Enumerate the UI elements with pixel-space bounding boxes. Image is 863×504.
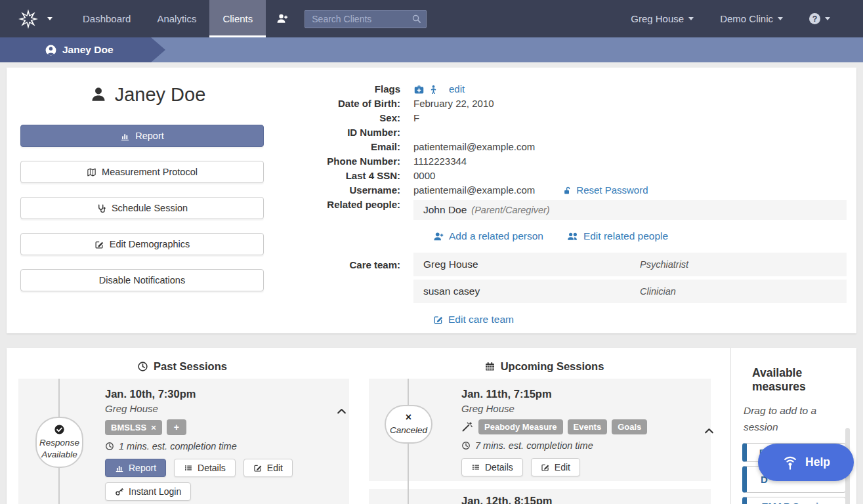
pencil-square-icon [433,314,444,325]
collapse-session-chevron-icon[interactable] [336,406,347,417]
measure-tag: Events [568,419,608,434]
session-status-badge: × Canceled [385,405,432,444]
user-menu[interactable]: Greg House [618,13,707,24]
help-button[interactable]: Help [758,444,854,481]
map-icon [87,167,96,177]
available-measures-subtitle: Drag to add to a session [744,402,842,435]
search-icon[interactable] [411,14,421,24]
key-icon [115,487,124,496]
child-flag-icon[interactable] [429,85,438,94]
list-icon [184,463,193,472]
related-person-name: John Doe [423,203,467,217]
add-client-button[interactable] [266,0,299,37]
username-value: patientemail@example.com [413,183,535,198]
upcoming-sessions-column: Upcoming Sessions × Canceled Jan. 11th, … [358,348,730,504]
client-search [305,0,427,37]
instant-login-button[interactable]: Instant Login [105,482,191,501]
past-sessions-column: Past Sessions Response Available Jan. 10… [7,348,358,504]
beacon-icon [782,454,799,471]
clock-icon [137,361,148,372]
user-circle-icon [45,44,57,56]
care-team-label: Care team: [289,253,413,329]
dob-label: Date of Birth: [289,96,413,111]
brand-menu[interactable] [0,0,59,37]
session-date: Jan. 10th, 7:30pm [105,388,293,400]
profile-actions-column: Janey Doe Report Measurement Protocol Sc… [7,68,289,333]
nav-item-dashboard[interactable]: Dashboard [70,0,144,37]
session-edit-button[interactable]: Edit [243,459,293,477]
dob-value: February 22, 2010 [413,96,494,111]
add-related-person-link[interactable]: Add a related person [433,229,543,243]
search-input[interactable] [305,10,427,28]
stethoscope-icon [96,203,106,213]
schedule-session-button[interactable]: Schedule Session [20,197,264,219]
measurement-protocol-button[interactable]: Measurement Protocol [20,161,264,183]
care-team-row: susan casey Clinician [413,280,847,303]
session-details-button[interactable]: Details [461,458,523,476]
add-measure-button[interactable]: + [167,419,186,435]
top-navbar: Dashboard Analytics Clients Greg House D… [0,0,863,37]
est-completion-time: 7 mins. est. completion time [475,440,593,451]
nav-item-clients[interactable]: Clients [209,0,266,37]
nav-item-analytics[interactable]: Analytics [144,0,209,37]
care-team-member-name: Greg House [413,257,478,272]
client-profile-card: Janey Doe Report Measurement Protocol Sc… [7,68,856,333]
session-report-button[interactable]: Report [105,459,166,477]
caret-down-icon [47,17,53,20]
ssn-value: 0000 [413,169,435,183]
username-label: Username: [289,183,413,198]
caret-down-icon [688,17,694,20]
unlock-icon [562,186,572,196]
list-icon [471,463,480,472]
clock-icon [105,442,114,451]
related-people-label: Related people: [289,198,413,220]
page-title: Janey Doe [7,81,289,108]
reset-password-link[interactable]: Reset Password [562,183,648,198]
brand-star-logo-icon [18,9,38,29]
phone-label: Phone Number: [289,154,413,169]
clinic-menu[interactable]: Demo Clinic [707,13,796,24]
collapse-session-chevron-icon[interactable] [704,425,715,436]
cancel-x-icon: × [406,412,411,423]
report-button[interactable]: Report [20,125,264,147]
ssn-label: Last 4 SSN: [289,169,413,183]
measure-tag: Peabody Measure [478,419,563,434]
edit-flags-link[interactable]: edit [449,82,465,96]
care-team-member-name: susan casey [413,284,480,299]
upcoming-sessions-header: Upcoming Sessions [358,360,730,373]
user-icon [90,86,107,103]
primary-nav: Dashboard Analytics Clients [70,0,266,37]
edit-care-team-link[interactable]: Edit care team [433,312,514,327]
sex-label: Sex: [289,111,413,125]
caret-down-icon [825,17,830,20]
sex-value: F [413,111,419,125]
related-person-row: John Doe (Parent/Caregiver) [413,200,847,220]
help-menu[interactable]: ? [796,13,843,24]
session-status-badge: Response Available [35,417,83,468]
care-team-member-role: Clinician [640,284,676,299]
session-details-button[interactable]: Details [174,459,236,477]
flags-label: Flags [289,82,413,96]
clock-icon [461,441,471,450]
session-status-text: Canceled [390,425,427,436]
edit-demographics-button[interactable]: Edit Demographics [20,233,264,255]
measure-card[interactable]: EMAP Session Rating [742,497,846,504]
measure-tag: Goals [612,419,647,434]
breadcrumb-client[interactable]: Janey Doe [0,37,165,62]
care-team-member-role: Psychiatrist [640,257,688,272]
user-plus-icon [433,231,444,242]
disable-notifications-button[interactable]: Disable Notifications [20,269,264,291]
session-date: Jan. 12th, 8:15pm [461,495,552,504]
bar-chart-icon [120,131,130,141]
users-icon [567,230,579,242]
remove-measure-icon[interactable]: × [151,423,156,432]
edit-related-people-link[interactable]: Edit related people [567,229,668,243]
session-edit-button[interactable]: Edit [531,458,580,476]
breadcrumb-bar: Janey Doe [0,37,863,62]
navbar-right: Greg House Demo Clinic ? [618,0,863,37]
caret-down-icon [778,17,783,20]
pencil-square-icon [541,463,550,472]
session-provider: Greg House [461,403,647,414]
wand-icon[interactable] [461,421,473,432]
medkit-flag-icon[interactable] [413,84,425,95]
